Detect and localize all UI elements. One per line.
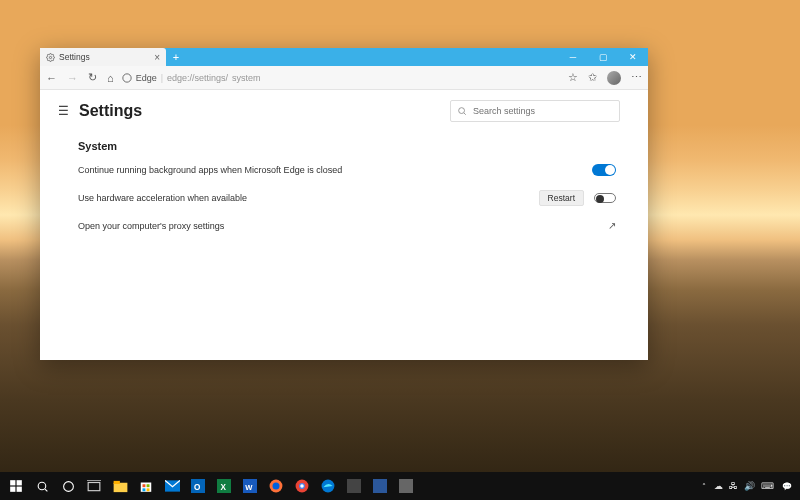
tray-chevron-icon[interactable]: ˄: [702, 482, 706, 491]
tab-close-icon[interactable]: ×: [154, 52, 160, 63]
window-maximize-button[interactable]: ▢: [588, 48, 618, 66]
taskbar-app-generic2[interactable]: [368, 474, 392, 498]
svg-point-2: [459, 108, 465, 114]
refresh-button[interactable]: ↻: [88, 71, 97, 84]
taskbar-app-chrome[interactable]: [290, 474, 314, 498]
svg-rect-4: [10, 480, 15, 485]
taskbar-app-excel[interactable]: X: [212, 474, 236, 498]
search-icon: [457, 106, 467, 116]
svg-point-28: [273, 483, 280, 490]
system-tray[interactable]: ˄ ☁ 🖧 🔊 ⌨ 💬: [702, 481, 796, 491]
setting-row-proxy[interactable]: Open your computer's proxy settings ↗: [78, 220, 620, 231]
setting-row-hardware-accel: Use hardware acceleration when available…: [78, 190, 620, 206]
svg-point-0: [49, 56, 51, 58]
titlebar: Settings × + ─ ▢ ✕: [40, 48, 648, 66]
external-link-icon: ↗: [608, 220, 616, 231]
svg-text:W: W: [245, 483, 253, 492]
tab-title: Settings: [59, 52, 150, 62]
back-button[interactable]: ←: [46, 72, 57, 84]
section-title-system: System: [78, 140, 620, 152]
svg-rect-13: [113, 482, 127, 491]
new-tab-button[interactable]: +: [166, 48, 186, 66]
start-button[interactable]: [4, 474, 28, 498]
restart-button[interactable]: Restart: [539, 190, 584, 206]
tray-language-icon[interactable]: ⌨: [761, 481, 774, 491]
taskbar-app-word[interactable]: W: [238, 474, 262, 498]
svg-rect-35: [399, 479, 413, 493]
url-field[interactable]: Edge | edge://settings/system: [122, 73, 560, 83]
search-input-field[interactable]: [473, 106, 613, 116]
svg-line-3: [464, 113, 466, 115]
setting-label: Open your computer's proxy settings: [78, 221, 608, 231]
svg-rect-15: [141, 483, 152, 492]
url-prefix: edge://settings/: [167, 73, 228, 83]
svg-rect-7: [17, 487, 22, 492]
tray-onedrive-icon[interactable]: ☁: [714, 481, 723, 491]
toggle-background-apps[interactable]: [592, 164, 616, 176]
svg-rect-33: [347, 479, 361, 493]
setting-label: Use hardware acceleration when available: [78, 193, 539, 203]
url-brand: Edge: [136, 73, 157, 83]
svg-point-8: [38, 482, 46, 490]
forward-button[interactable]: →: [67, 72, 78, 84]
tray-volume-icon[interactable]: 🔊: [744, 481, 755, 491]
setting-row-background-apps: Continue running background apps when Mi…: [78, 164, 620, 176]
svg-line-9: [45, 489, 47, 491]
browser-window: Settings × + ─ ▢ ✕ ← → ↻ ⌂ Edge | edge:/…: [40, 48, 648, 360]
svg-rect-11: [88, 483, 100, 491]
favorites-bar-icon[interactable]: ✩: [588, 71, 597, 84]
tray-network-icon[interactable]: 🖧: [729, 481, 738, 491]
svg-rect-16: [143, 484, 146, 487]
home-button[interactable]: ⌂: [107, 72, 114, 84]
taskbar-app-edge[interactable]: [316, 474, 340, 498]
svg-point-1: [122, 73, 130, 81]
svg-point-10: [63, 481, 73, 491]
task-view-button[interactable]: [82, 474, 106, 498]
gear-icon: [46, 53, 55, 62]
more-menu-icon[interactable]: ⋯: [631, 71, 642, 84]
taskbar-app-store[interactable]: [134, 474, 158, 498]
taskbar-app-explorer[interactable]: [108, 474, 132, 498]
url-page: system: [232, 73, 261, 83]
browser-tab[interactable]: Settings ×: [40, 48, 166, 66]
action-center-icon[interactable]: 💬: [782, 482, 792, 491]
profile-avatar[interactable]: [607, 71, 621, 85]
svg-rect-6: [10, 487, 15, 492]
favorite-icon[interactable]: ☆: [568, 71, 578, 84]
taskbar-app-generic1[interactable]: [342, 474, 366, 498]
settings-content: ☰ Settings System Continue running backg…: [40, 90, 648, 360]
svg-rect-19: [147, 488, 150, 491]
svg-rect-17: [147, 484, 150, 487]
window-close-button[interactable]: ✕: [618, 48, 648, 66]
taskbar-app-outlook[interactable]: O: [186, 474, 210, 498]
taskbar-app-mail[interactable]: [160, 474, 184, 498]
menu-icon[interactable]: ☰: [58, 104, 69, 118]
cortana-button[interactable]: [56, 474, 80, 498]
edge-logo-icon: [122, 73, 132, 83]
taskbar-app-firefox[interactable]: [264, 474, 288, 498]
svg-rect-18: [143, 488, 146, 491]
address-bar: ← → ↻ ⌂ Edge | edge://settings/system ☆ …: [40, 66, 648, 90]
taskbar-app-generic3[interactable]: [394, 474, 418, 498]
url-separator: |: [161, 73, 163, 83]
svg-rect-5: [17, 480, 22, 485]
search-settings-input[interactable]: [450, 100, 620, 122]
search-button[interactable]: [30, 474, 54, 498]
svg-point-31: [300, 484, 304, 488]
svg-text:O: O: [194, 483, 200, 492]
taskbar: O X W ˄ ☁ 🖧 🔊 ⌨ 💬: [0, 472, 800, 500]
setting-label: Continue running background apps when Mi…: [78, 165, 592, 175]
page-title: Settings: [79, 102, 142, 120]
toggle-hardware-accel[interactable]: [594, 193, 616, 203]
svg-rect-14: [113, 480, 119, 483]
window-minimize-button[interactable]: ─: [558, 48, 588, 66]
svg-rect-34: [373, 479, 387, 493]
svg-text:X: X: [221, 483, 227, 492]
